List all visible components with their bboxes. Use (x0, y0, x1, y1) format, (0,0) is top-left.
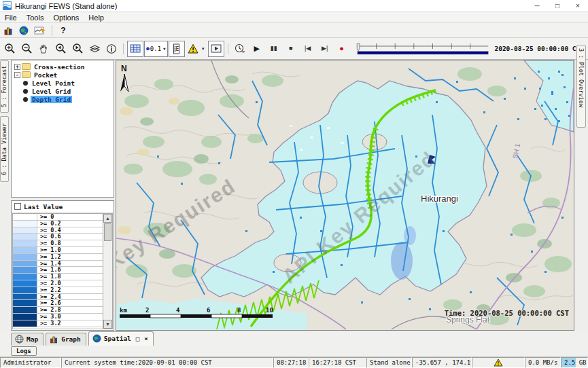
legend-row: >= 1.0 (13, 247, 112, 254)
map-viewport[interactable]: API Key Required API Key Required Hikura… (116, 60, 574, 331)
menu-options[interactable]: Options (48, 12, 84, 23)
tab-minimize-icon[interactable]: □ (136, 335, 139, 342)
map-toolbar: ● 0.1 ▼ E ▼ (0, 38, 588, 60)
threshold-dropdown[interactable]: ● 0.1 ▼ (144, 41, 168, 57)
color-swatch (13, 267, 37, 273)
status-network-rate: 0.0 MB/s (525, 357, 561, 368)
legend-row: >= 3.2 (13, 320, 112, 327)
status-coordinates: -35.657 , 174.199 (412, 357, 472, 368)
last-value-checkbox[interactable] (14, 203, 21, 210)
step-first-button[interactable]: |◀ (300, 41, 316, 57)
tab-map-label: Map (27, 335, 38, 343)
threshold-dot-icon: ● (146, 45, 150, 52)
svg-text:E: E (176, 46, 179, 52)
help-button[interactable]: ? (56, 24, 70, 37)
legend-scrollbar[interactable]: ▲ ▼ (103, 214, 112, 329)
right-tab-strip: 3 : Plot Overview (574, 60, 588, 331)
tab-spatial[interactable]: Spatial □ × (88, 331, 154, 346)
main-toolbar: ? (0, 23, 588, 38)
scale-ruler-button[interactable]: E (169, 41, 185, 57)
left-tab-strip: 5 : Forecast 6 : Data Viewer (0, 60, 10, 331)
tab-plot-overview[interactable]: 3 : Plot Overview (576, 45, 586, 128)
color-swatch (13, 261, 37, 267)
pan-button[interactable] (35, 41, 52, 57)
title-bar: Hikurangi FEWS (Stand alone) ─ □ × (0, 0, 588, 12)
tree-item-pocket[interactable]: - Pocket (13, 71, 114, 79)
tab-map[interactable]: Map (11, 333, 44, 346)
zoom-next-button[interactable] (69, 41, 86, 57)
menu-help[interactable]: Help (84, 12, 109, 23)
folder-icon (22, 63, 31, 70)
layers-button[interactable] (86, 41, 103, 57)
step-last-button[interactable]: ▶| (317, 41, 333, 57)
animation-timer-button[interactable] (232, 41, 248, 57)
warning-icon (188, 43, 200, 54)
node-bullet-icon (23, 97, 28, 102)
expand-icon[interactable]: + (14, 64, 20, 70)
thresholds-warning-dropdown[interactable]: ▼ (186, 41, 207, 57)
legend-row: >= 1.2 (13, 254, 112, 261)
legend-row: >= 0.2 (13, 221, 112, 227)
layers-icon (89, 43, 101, 54)
grid-display-button[interactable] (127, 41, 143, 57)
close-button[interactable]: × (568, 0, 588, 12)
menu-file[interactable]: File (0, 12, 22, 23)
zoom-out-button[interactable] (18, 41, 35, 57)
tab-forecast[interactable]: 5 : Forecast (0, 60, 9, 113)
map-canvas[interactable]: API Key Required API Key Required Hikura… (116, 60, 574, 330)
tree-item-level-point[interactable]: Level Point (13, 79, 114, 87)
scroll-up-icon[interactable]: ▲ (103, 214, 112, 223)
legend-row: >= 0.8 (13, 240, 112, 247)
tree-item-level-grid[interactable]: Level Grid (13, 87, 114, 95)
color-swatch (13, 240, 37, 246)
tree-item-depth-grid[interactable]: Depth Grid (13, 95, 114, 103)
status-system-time: Current system time:2020-09-01 00:00 CST (61, 357, 273, 368)
bar-chart-icon (3, 26, 14, 35)
map-display-button[interactable] (17, 24, 31, 37)
pause-button[interactable]: ▮▮ (266, 41, 282, 57)
logs-button[interactable]: Logs (11, 346, 37, 356)
minimize-button[interactable]: ─ (527, 0, 547, 12)
logs-row: Logs (0, 346, 588, 357)
zoom-previous-button[interactable] (52, 41, 69, 57)
status-bar: Administrator Current system time:2020-0… (0, 357, 588, 368)
maximize-button[interactable]: □ (547, 0, 568, 12)
record-button[interactable]: ● (334, 41, 350, 57)
tree-item-label: Level Point (31, 79, 76, 87)
color-swatch (13, 247, 37, 253)
color-swatch (13, 214, 37, 220)
collapse-icon[interactable]: - (14, 72, 20, 78)
folder-icon (22, 71, 31, 78)
map-time-label: Time: 2020-08-25 00:00:00 CST (445, 309, 569, 317)
status-warning[interactable] (472, 357, 525, 368)
stop-button[interactable]: ■ (283, 41, 299, 57)
tab-data-viewer[interactable]: 6 : Data Viewer (0, 116, 9, 182)
zoom-in-button[interactable] (1, 41, 18, 57)
info-button[interactable] (103, 41, 120, 57)
play-button[interactable]: ▶ (249, 41, 265, 57)
graphs-display-button[interactable] (1, 24, 16, 37)
scroll-down-icon[interactable]: ▼ (103, 320, 112, 329)
menu-tools[interactable]: Tools (22, 12, 49, 23)
svg-text:8: 8 (237, 307, 241, 314)
svg-text:4: 4 (176, 307, 180, 314)
svg-text:2: 2 (145, 307, 149, 314)
tab-close-icon[interactable]: × (144, 335, 148, 342)
info-icon (106, 43, 117, 54)
movie-player-button[interactable] (208, 41, 224, 57)
zoom-previous-icon (54, 43, 67, 54)
scroll-thumb[interactable] (104, 223, 111, 241)
tree-item-label: Cross-section (33, 63, 86, 71)
tab-graph[interactable]: Graph (46, 333, 86, 346)
spatial-display-button[interactable] (32, 24, 48, 37)
color-swatch (13, 300, 37, 306)
node-bullet-icon (23, 81, 28, 86)
legend-row: >= 1.6 (13, 267, 112, 274)
threshold-value: 0.1 (150, 45, 161, 52)
color-swatch (13, 294, 37, 300)
tree-item-cross-section[interactable]: + Cross-section (13, 62, 114, 71)
timeline-slider[interactable] (356, 42, 490, 56)
data-viewer-panel: + Cross-section - Pocket Level Point Lev… (10, 60, 116, 331)
help-icon: ? (60, 26, 65, 35)
layer-tree: + Cross-section - Pocket Level Point Lev… (11, 60, 114, 198)
